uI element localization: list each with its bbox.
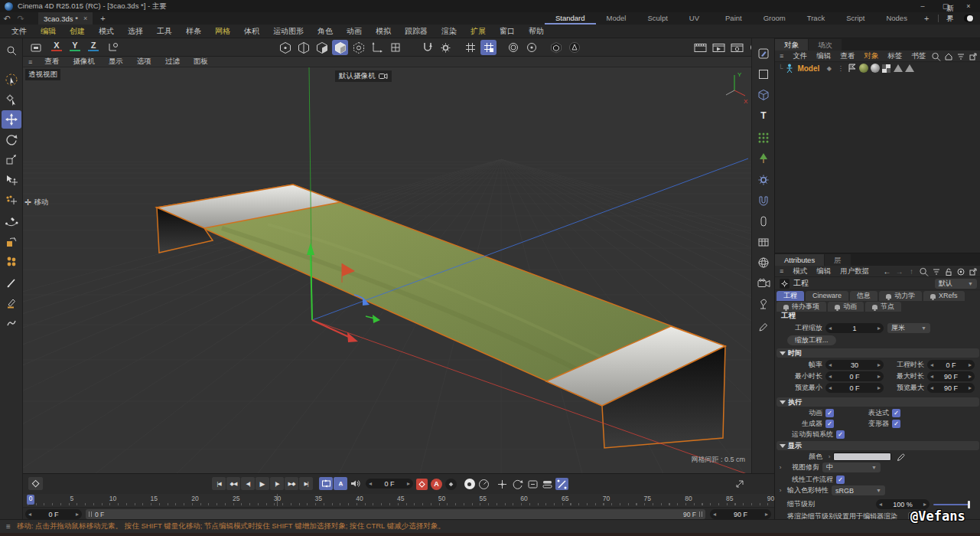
- popout-icon[interactable]: [968, 266, 978, 276]
- snap-off-icon[interactable]: [462, 40, 478, 55]
- om-menu-对象[interactable]: 对象: [859, 51, 883, 61]
- sound-icon[interactable]: [348, 477, 362, 490]
- layout-tab-track[interactable]: Track: [796, 12, 835, 25]
- autokey-icon[interactable]: A: [430, 478, 443, 490]
- record-key-icon[interactable]: [415, 478, 428, 490]
- menu-文件[interactable]: 文件: [5, 26, 34, 37]
- object-row-model[interactable]: └ Model ◆ ⋮: [775, 62, 980, 74]
- asset-capsule-icon[interactable]: [566, 40, 582, 55]
- camera-icon[interactable]: [754, 274, 773, 293]
- om-menu-标签[interactable]: 标签: [883, 51, 907, 61]
- quantize-icon[interactable]: [505, 40, 521, 55]
- pencil-icon[interactable]: [754, 318, 773, 336]
- om-menu-查看[interactable]: 查看: [835, 51, 859, 61]
- exec-checkbox-变形器[interactable]: ✓: [892, 420, 900, 428]
- cube-icon[interactable]: [754, 86, 773, 104]
- exec-checkbox-运动剪辑系统[interactable]: ✓: [836, 430, 845, 439]
- tab-objects[interactable]: 对象: [775, 39, 808, 51]
- scale-unit-dropdown[interactable]: 厘米▼: [887, 323, 930, 333]
- layout-tab-script[interactable]: Script: [835, 12, 875, 25]
- camera-label[interactable]: 默认摄像机: [335, 70, 392, 82]
- object-name[interactable]: Model: [797, 64, 819, 73]
- record-pos-icon[interactable]: [496, 478, 509, 490]
- pen-tool-icon[interactable]: [2, 294, 21, 312]
- display-section-bar[interactable]: 显示: [777, 441, 979, 450]
- popout-icon[interactable]: [968, 51, 978, 61]
- render-view-icon[interactable]: [692, 40, 708, 55]
- expand-icon[interactable]: ›: [825, 453, 833, 460]
- lod-slider[interactable]: [933, 501, 970, 508]
- filter-icon[interactable]: [931, 266, 941, 276]
- enable-dots-icon[interactable]: ⋮: [835, 64, 845, 74]
- layout-tab-paint[interactable]: Paint: [715, 12, 753, 25]
- time-spinner-最小时长[interactable]: ◂0 F▸: [825, 371, 884, 381]
- execution-section-bar[interactable]: 执行: [777, 397, 979, 407]
- record-layer-icon[interactable]: [541, 478, 554, 490]
- record-parameter-icon[interactable]: [526, 478, 539, 490]
- add-document-tab-button[interactable]: +: [100, 14, 105, 23]
- menu-模拟[interactable]: 模拟: [369, 26, 398, 37]
- preset-dropdown[interactable]: 默认▼: [935, 279, 977, 289]
- menu-样条[interactable]: 样条: [179, 26, 208, 37]
- menu-角色[interactable]: 角色: [311, 26, 340, 37]
- spline-pen-icon[interactable]: [2, 213, 21, 231]
- gear-blue-icon[interactable]: [754, 171, 773, 189]
- play-icon[interactable]: ▶: [256, 477, 269, 490]
- om-menu-书签[interactable]: 书签: [907, 51, 930, 61]
- key-diamond-icon[interactable]: [28, 477, 43, 490]
- search-icon[interactable]: [931, 51, 941, 61]
- time-spinner-预览最大[interactable]: ◂90 F▸: [927, 383, 975, 393]
- points-edit-icon[interactable]: [2, 191, 21, 210]
- material-gray-tag[interactable]: [870, 64, 880, 74]
- next-key-icon[interactable]: ▶◆: [285, 477, 298, 490]
- record-position-icon[interactable]: [463, 478, 476, 490]
- menu-编辑[interactable]: 编辑: [34, 26, 63, 37]
- object-manager-empty-area[interactable]: [775, 74, 980, 253]
- view-clip-dropdown[interactable]: 中▼: [822, 462, 881, 472]
- menu-动画[interactable]: 动画: [340, 26, 369, 37]
- viewport-menu-面板[interactable]: 面板: [187, 57, 215, 67]
- time-spinner-工程时长[interactable]: ◂0 F▸: [927, 360, 975, 370]
- layout-tab-groom[interactable]: Groom: [753, 12, 796, 25]
- coordinate-system-icon[interactable]: [105, 40, 121, 55]
- visibility-dots-icon[interactable]: ◆: [824, 64, 834, 74]
- display-flag-tag[interactable]: [847, 64, 857, 74]
- edges-mode-icon[interactable]: [295, 40, 311, 55]
- exec-checkbox-表达式[interactable]: ✓: [892, 409, 900, 417]
- knife-icon[interactable]: [2, 274, 21, 293]
- workplane-panel-icon[interactable]: [754, 233, 773, 251]
- search-icon[interactable]: [919, 266, 929, 276]
- menu-体积[interactable]: 体积: [237, 26, 266, 37]
- menu-模式[interactable]: 模式: [92, 26, 121, 37]
- preview-range-bar[interactable]: 0 F 90 F: [86, 509, 705, 519]
- expand-icon[interactable]: ›: [777, 487, 784, 494]
- expand-icon[interactable]: ›: [777, 464, 784, 471]
- status-burger-icon[interactable]: ≡: [6, 522, 11, 531]
- go-end-icon[interactable]: ▶|: [299, 477, 313, 490]
- record-dial-icon[interactable]: [477, 478, 490, 490]
- search-icon[interactable]: [2, 41, 21, 60]
- viewport-menu-过滤[interactable]: 过滤: [158, 57, 187, 67]
- menu-跟踪器[interactable]: 跟踪器: [398, 26, 435, 37]
- axis-mode-icon[interactable]: [369, 40, 385, 55]
- range-grip-right[interactable]: [699, 511, 702, 517]
- render-settings-icon[interactable]: [729, 40, 745, 55]
- axis-lock-x-button[interactable]: X: [49, 41, 64, 54]
- prev-frame-icon[interactable]: ◀|: [241, 477, 255, 490]
- time-section-bar[interactable]: 时间: [777, 348, 979, 358]
- eyedropper-icon[interactable]: [896, 452, 906, 462]
- record-pla-icon[interactable]: [555, 478, 568, 490]
- point-cloud-icon[interactable]: [2, 253, 21, 271]
- layout-tab-standard[interactable]: Standard: [545, 12, 596, 25]
- live-selection-icon[interactable]: [2, 70, 21, 89]
- workplane-mode-icon[interactable]: [387, 40, 403, 55]
- tab-attributes[interactable]: Attributes: [775, 254, 824, 266]
- move-icon[interactable]: [2, 110, 21, 129]
- target-icon[interactable]: [956, 266, 965, 276]
- texture-mode-icon[interactable]: [350, 40, 366, 55]
- project-scale-spinner[interactable]: ◂1▸: [825, 323, 884, 333]
- axis-settings-gear-icon[interactable]: [438, 40, 454, 55]
- viewport-menu-查看[interactable]: 查看: [37, 57, 66, 67]
- minimize-button[interactable]: –: [911, 0, 934, 12]
- om-menu-文件[interactable]: 文件: [788, 51, 812, 61]
